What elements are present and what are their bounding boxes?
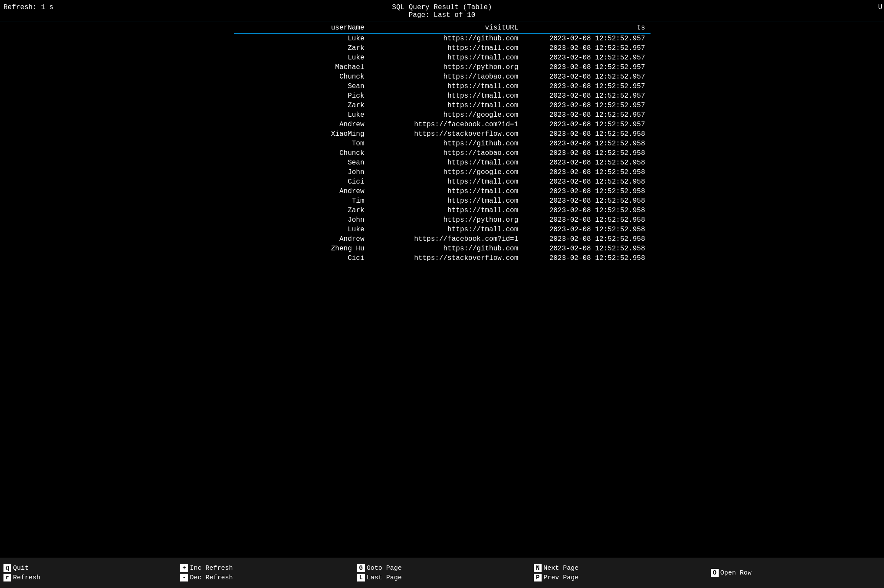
cell-r17-c0: Tim [234, 196, 370, 206]
cell-r4-c0: Chunck [234, 72, 370, 82]
goto-page-label: Goto Page [367, 565, 402, 572]
col-header-ts: ts [523, 22, 650, 34]
table-row[interactable]: Zarkhttps://tmall.com2023-02-08 12:52:52… [234, 43, 651, 53]
cell-r22-c2: 2023-02-08 12:52:52.958 [523, 244, 650, 253]
cell-r2-c0: Luke [234, 53, 370, 62]
cell-r5-c0: Sean [234, 82, 370, 91]
table-body: Lukehttps://github.com2023-02-08 12:52:5… [234, 34, 651, 263]
cell-r5-c1: https://tmall.com [370, 82, 524, 91]
table-container: userName visitURL ts Lukehttps://github.… [0, 22, 884, 263]
table-row[interactable]: Lukehttps://tmall.com2023-02-08 12:52:52… [234, 53, 651, 62]
table-row[interactable]: Johnhttps://google.com2023-02-08 12:52:5… [234, 168, 651, 177]
quit-key: q [3, 564, 11, 572]
table-row[interactable]: Machaelhttps://python.org2023-02-08 12:5… [234, 62, 651, 72]
cell-r8-c0: Luke [234, 110, 370, 120]
next-page-key: N [534, 564, 542, 572]
open-row-label: Open Row [720, 569, 752, 577]
cell-r11-c1: https://github.com [370, 139, 524, 148]
cell-r8-c2: 2023-02-08 12:52:52.957 [523, 110, 650, 120]
cell-r17-c2: 2023-02-08 12:52:52.958 [523, 196, 650, 206]
table-row[interactable]: Cicihttps://stackoverflow.com2023-02-08 … [234, 253, 651, 263]
cell-r13-c1: https://tmall.com [370, 158, 524, 168]
cell-r10-c0: XiaoMing [234, 129, 370, 139]
table-row[interactable]: Andrewhttps://facebook.com?id=12023-02-0… [234, 120, 651, 129]
cell-r7-c1: https://tmall.com [370, 101, 524, 110]
cell-r20-c2: 2023-02-08 12:52:52.958 [523, 225, 650, 234]
cell-r18-c1: https://tmall.com [370, 206, 524, 215]
cell-r15-c2: 2023-02-08 12:52:52.958 [523, 177, 650, 187]
header-page: Page: Last of 10 [0, 11, 884, 19]
cell-r22-c1: https://github.com [370, 244, 524, 253]
cell-r21-c0: Andrew [234, 234, 370, 244]
results-table: userName visitURL ts Lukehttps://github.… [234, 22, 651, 263]
table-row[interactable]: Zarkhttps://tmall.com2023-02-08 12:52:52… [234, 206, 651, 215]
last-page-label: Last Page [367, 574, 402, 581]
cell-r23-c1: https://stackoverflow.com [370, 253, 524, 263]
goto-page-item[interactable]: G Goto Page [357, 563, 527, 573]
table-row[interactable]: Seanhttps://tmall.com2023-02-08 12:52:52… [234, 82, 651, 91]
cell-r17-c1: https://tmall.com [370, 196, 524, 206]
cell-r4-c2: 2023-02-08 12:52:52.957 [523, 72, 650, 82]
table-row[interactable]: Lukehttps://google.com2023-02-08 12:52:5… [234, 110, 651, 120]
open-row-key: O [711, 569, 719, 577]
table-row[interactable]: Lukehttps://github.com2023-02-08 12:52:5… [234, 34, 651, 44]
cell-r13-c2: 2023-02-08 12:52:52.958 [523, 158, 650, 168]
cell-r14-c2: 2023-02-08 12:52:52.958 [523, 168, 650, 177]
last-page-item[interactable]: L Last Page [357, 573, 527, 582]
table-row[interactable]: Cicihttps://tmall.com2023-02-08 12:52:52… [234, 177, 651, 187]
cell-r15-c0: Cici [234, 177, 370, 187]
cell-r14-c0: John [234, 168, 370, 177]
bottom-section-refresh-rate: + Inc Refresh - Dec Refresh [177, 558, 353, 588]
cell-r21-c1: https://facebook.com?id=1 [370, 234, 524, 244]
table-row[interactable]: Timhttps://tmall.com2023-02-08 12:52:52.… [234, 196, 651, 206]
cell-r3-c2: 2023-02-08 12:52:52.957 [523, 62, 650, 72]
cell-r2-c2: 2023-02-08 12:52:52.957 [523, 53, 650, 62]
table-row[interactable]: Pickhttps://tmall.com2023-02-08 12:52:52… [234, 91, 651, 101]
table-row[interactable]: Johnhttps://python.org2023-02-08 12:52:5… [234, 215, 651, 225]
table-row[interactable]: Zarkhttps://tmall.com2023-02-08 12:52:52… [234, 101, 651, 110]
table-row[interactable]: XiaoMinghttps://stackoverflow.com2023-02… [234, 129, 651, 139]
table-row[interactable]: Tomhttps://github.com2023-02-08 12:52:52… [234, 139, 651, 148]
cell-r16-c2: 2023-02-08 12:52:52.958 [523, 187, 650, 196]
last-page-key: L [357, 574, 365, 581]
dec-refresh-item[interactable]: - Dec Refresh [180, 573, 350, 582]
cell-r10-c1: https://stackoverflow.com [370, 129, 524, 139]
header-title: SQL Query Result (Table) [0, 3, 884, 11]
cell-r12-c2: 2023-02-08 12:52:52.958 [523, 148, 650, 158]
cell-r0-c1: https://github.com [370, 34, 524, 44]
cell-r7-c2: 2023-02-08 12:52:52.957 [523, 101, 650, 110]
quit-label: Quit [13, 565, 29, 572]
cell-r16-c0: Andrew [234, 187, 370, 196]
table-row[interactable]: Lukehttps://tmall.com2023-02-08 12:52:52… [234, 225, 651, 234]
cell-r3-c1: https://python.org [370, 62, 524, 72]
cell-r8-c1: https://google.com [370, 110, 524, 120]
table-row[interactable]: Seanhttps://tmall.com2023-02-08 12:52:52… [234, 158, 651, 168]
table-row[interactable]: Zheng Huhttps://github.com2023-02-08 12:… [234, 244, 651, 253]
quit-item[interactable]: q Quit [3, 563, 173, 573]
cell-r9-c2: 2023-02-08 12:52:52.957 [523, 120, 650, 129]
next-page-item[interactable]: N Next Page [534, 563, 703, 573]
cell-r19-c1: https://python.org [370, 215, 524, 225]
refresh-item[interactable]: r Refresh [3, 573, 173, 582]
inc-refresh-item[interactable]: + Inc Refresh [180, 563, 350, 573]
prev-page-item[interactable]: P Prev Page [534, 573, 703, 582]
dec-refresh-key: - [180, 574, 188, 581]
next-page-label: Next Page [543, 565, 578, 572]
cell-r12-c0: Chunck [234, 148, 370, 158]
cell-r7-c0: Zark [234, 101, 370, 110]
cell-r23-c2: 2023-02-08 12:52:52.958 [523, 253, 650, 263]
refresh-label-btn: Refresh [13, 574, 40, 581]
cell-r1-c0: Zark [234, 43, 370, 53]
cell-r14-c1: https://google.com [370, 168, 524, 177]
open-row-item[interactable]: O Open Row [711, 568, 881, 578]
table-row[interactable]: Andrewhttps://tmall.com2023-02-08 12:52:… [234, 187, 651, 196]
cell-r15-c1: https://tmall.com [370, 177, 524, 187]
table-row[interactable]: Andrewhttps://facebook.com?id=12023-02-0… [234, 234, 651, 244]
table-row[interactable]: Chunckhttps://taobao.com2023-02-08 12:52… [234, 148, 651, 158]
cell-r1-c2: 2023-02-08 12:52:52.957 [523, 43, 650, 53]
cell-r4-c1: https://taobao.com [370, 72, 524, 82]
header: SQL Query Result (Table) Page: Last of 1… [0, 0, 884, 19]
dec-refresh-label: Dec Refresh [190, 574, 233, 581]
prev-page-label: Prev Page [543, 574, 578, 581]
table-row[interactable]: Chunckhttps://taobao.com2023-02-08 12:52… [234, 72, 651, 82]
